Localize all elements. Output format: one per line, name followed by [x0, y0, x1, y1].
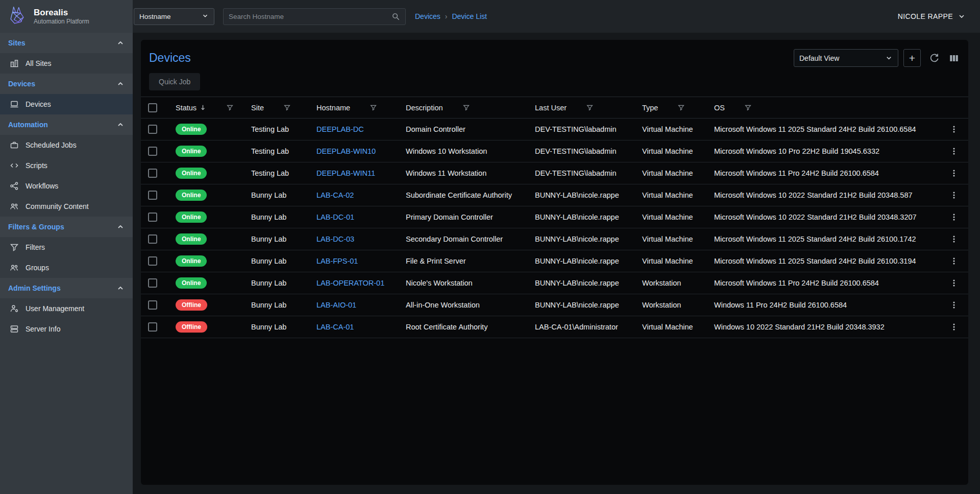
status-badge: Online: [176, 211, 207, 223]
sidebar-item-server-info[interactable]: Server Info: [0, 319, 133, 339]
col-header-os[interactable]: OS: [714, 104, 725, 112]
filter-icon[interactable]: [586, 104, 594, 111]
os-cell: Windows 10 2022 Standard 21H2 Build 2034…: [708, 316, 940, 338]
chevron-down-icon: [202, 12, 209, 21]
description-cell: Subordinate Certificate Authority: [400, 184, 529, 206]
view-select[interactable]: Default View: [794, 49, 898, 67]
row-checkbox[interactable]: [148, 213, 157, 222]
filter-icon[interactable]: [283, 104, 291, 111]
hostname-link[interactable]: DEEPLAB-DC: [316, 125, 364, 133]
sidebar-section-automation[interactable]: Automation: [0, 114, 133, 135]
sidebar-item-label: Scripts: [26, 161, 47, 170]
search-icon[interactable]: [391, 12, 400, 21]
col-header-type[interactable]: Type: [642, 104, 658, 112]
hostname-link[interactable]: LAB-OPERATOR-01: [316, 279, 384, 287]
sidebar-item-filters[interactable]: Filters: [0, 237, 133, 257]
row-checkbox[interactable]: [148, 322, 157, 332]
col-header-last-user[interactable]: Last User: [535, 104, 567, 112]
row-checkbox[interactable]: [148, 234, 157, 244]
sidebar-item-scheduled-jobs[interactable]: Scheduled Jobs: [0, 135, 133, 155]
hostname-link[interactable]: LAB-FPS-01: [316, 257, 358, 265]
sidebar-item-label: Devices: [26, 100, 51, 108]
row-actions-kebab-icon[interactable]: [949, 256, 959, 266]
search-field-select[interactable]: Hostname: [134, 8, 214, 25]
row-actions-kebab-icon[interactable]: [949, 278, 959, 288]
breadcrumb-devices-link[interactable]: Devices: [415, 12, 440, 20]
filter-icon[interactable]: [370, 104, 377, 111]
sidebar-item-groups[interactable]: Groups: [0, 257, 133, 278]
search-box: [223, 8, 406, 25]
sidebar-section-devices[interactable]: Devices: [0, 74, 133, 94]
devices-card: Devices Default View + Quick Job: [141, 40, 968, 485]
row-checkbox[interactable]: [148, 256, 157, 266]
sidebar-item-all-sites[interactable]: All Sites: [0, 53, 133, 74]
sidebar-item-scripts[interactable]: Scripts: [0, 155, 133, 176]
type-cell: Virtual Machine: [636, 119, 708, 140]
quick-job-button[interactable]: Quick Job: [149, 73, 200, 90]
row-actions-kebab-icon[interactable]: [949, 322, 959, 332]
row-checkbox[interactable]: [148, 147, 157, 156]
type-cell: Virtual Machine: [636, 184, 708, 206]
row-actions-kebab-icon[interactable]: [949, 213, 959, 222]
row-actions-kebab-icon[interactable]: [949, 147, 959, 156]
sidebar-section-admin-settings[interactable]: Admin Settings: [0, 278, 133, 298]
row-actions-kebab-icon[interactable]: [949, 125, 959, 134]
hostname-link[interactable]: LAB-DC-01: [316, 213, 354, 221]
table-controls: Default View +: [794, 49, 960, 67]
hostname-link[interactable]: DEEPLAB-WIN10: [316, 147, 376, 155]
add-view-button[interactable]: +: [903, 49, 921, 67]
hostname-link[interactable]: DEEPLAB-WIN11: [316, 169, 375, 177]
filter-icon[interactable]: [226, 104, 234, 111]
row-checkbox[interactable]: [148, 125, 157, 134]
table-row: Online Bunny Lab LAB-DC-03 Secondary Dom…: [141, 228, 968, 250]
site-cell: Bunny Lab: [245, 228, 310, 250]
filter-icon[interactable]: [462, 104, 470, 111]
description-cell: File & Print Server: [400, 250, 529, 272]
sidebar-item-community-content[interactable]: Community Content: [0, 196, 133, 217]
row-actions-kebab-icon[interactable]: [949, 234, 959, 244]
type-cell: Virtual Machine: [636, 250, 708, 272]
hostname-link[interactable]: LAB-CA-01: [316, 323, 354, 331]
filter-icon[interactable]: [744, 104, 752, 111]
row-actions-kebab-icon[interactable]: [949, 300, 959, 310]
col-header-hostname[interactable]: Hostname: [316, 104, 350, 112]
breadcrumb-device-list-link[interactable]: Device List: [452, 12, 486, 20]
row-checkbox[interactable]: [148, 300, 157, 310]
column-chooser-button[interactable]: [948, 52, 960, 64]
row-checkbox[interactable]: [148, 278, 157, 288]
hostname-link[interactable]: LAB-CA-02: [316, 191, 354, 199]
row-checkbox[interactable]: [148, 169, 157, 178]
col-header-status[interactable]: Status: [176, 104, 197, 112]
sidebar-item-user-management[interactable]: User Management: [0, 298, 133, 319]
section-title: Devices: [8, 80, 35, 88]
chevron-up-icon: [116, 223, 125, 231]
sort-desc-icon[interactable]: [199, 104, 207, 111]
select-all-checkbox[interactable]: [148, 103, 157, 112]
brand-name: Borealis: [34, 8, 89, 18]
sidebar-section-filters-groups[interactable]: Filters & Groups: [0, 217, 133, 237]
row-actions-kebab-icon[interactable]: [949, 169, 959, 178]
search-input[interactable]: [229, 13, 387, 20]
user-menu[interactable]: NICOLE RAPPE: [898, 12, 966, 20]
description-cell: Primary Domain Controller: [400, 206, 529, 228]
site-cell: Bunny Lab: [245, 250, 310, 272]
status-badge: Online: [176, 277, 207, 289]
sidebar-item-workflows[interactable]: Workflows: [0, 176, 133, 196]
col-header-site[interactable]: Site: [251, 104, 264, 112]
filter-icon[interactable]: [677, 104, 685, 111]
row-checkbox[interactable]: [148, 191, 157, 200]
row-actions-kebab-icon[interactable]: [949, 191, 959, 200]
description-cell: Windows 11 Workstation: [400, 162, 529, 184]
sidebar-item-devices[interactable]: Devices: [0, 94, 133, 114]
sidebar-section-sites[interactable]: Sites: [0, 33, 133, 53]
refresh-button[interactable]: [928, 52, 941, 64]
hostname-link[interactable]: LAB-DC-03: [316, 235, 354, 243]
os-cell: Windows 11 Pro 24H2 Build 26100.6584: [708, 294, 940, 316]
os-cell: Microsoft Windows 11 2025 Standard 24H2 …: [708, 250, 940, 272]
os-cell: Microsoft Windows 10 Pro 22H2 Build 1904…: [708, 140, 940, 162]
chevron-up-icon: [116, 39, 125, 47]
page-body: Devices Default View + Quick Job: [133, 33, 980, 494]
hostname-link[interactable]: LAB-AIO-01: [316, 301, 356, 309]
status-badge: Online: [176, 146, 207, 157]
col-header-description[interactable]: Description: [406, 104, 443, 112]
